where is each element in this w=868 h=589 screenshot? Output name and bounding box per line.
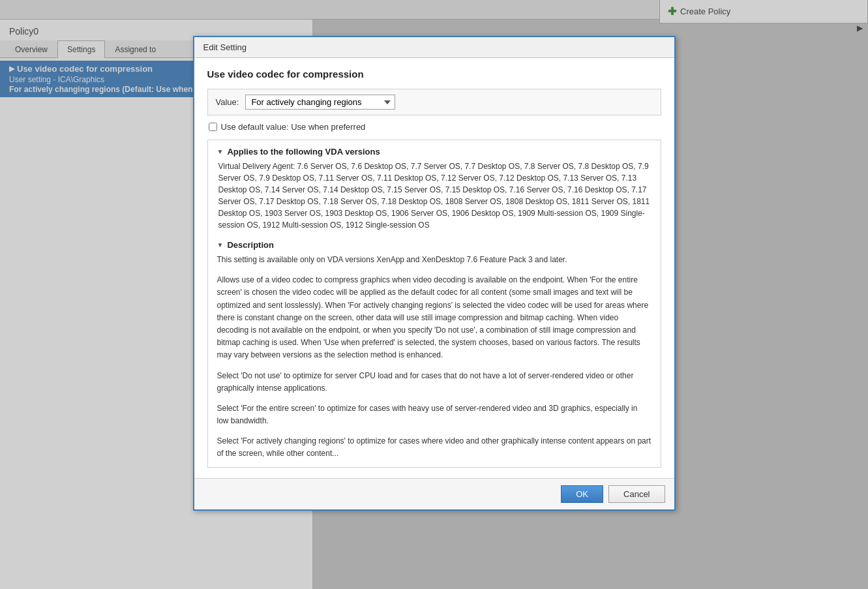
edit-setting-dialog: Edit Setting Use video codec for compres…	[193, 36, 676, 511]
applies-section-content: Virtual Delivery Agent: 7.6 Server OS, 7…	[217, 160, 651, 231]
dialog-body: Use video codec for compression Value: F…	[194, 58, 674, 478]
collapse-arrow-icon: ▼	[217, 148, 224, 155]
desc-para-1: This setting is available only on VDA ve…	[217, 254, 651, 266]
description-section-title: Description	[227, 240, 274, 250]
desc-para-5: Select 'For actively changing regions' t…	[217, 435, 651, 460]
info-scroll-area[interactable]: ▼ Applies to the following VDA versions …	[207, 140, 661, 468]
desc-para-2: Allows use of a video codec to compress …	[217, 274, 651, 361]
desc-para-3: Select 'Do not use' to optimize for serv…	[217, 370, 651, 395]
modal-backdrop: Edit Setting Use video codec for compres…	[0, 0, 868, 589]
dialog-titlebar: Edit Setting	[194, 37, 674, 58]
description-arrow-icon: ▼	[217, 241, 224, 249]
ok-button[interactable]: OK	[561, 485, 603, 503]
cancel-button[interactable]: Cancel	[608, 485, 665, 503]
default-checkbox-row: Use default value: Use when preferred	[207, 122, 661, 132]
dialog-setting-title: Use video codec for compression	[207, 68, 661, 80]
description-section-header[interactable]: ▼ Description	[217, 240, 651, 250]
description-section: ▼ Description This setting is available …	[217, 240, 651, 461]
value-label: Value:	[216, 97, 239, 107]
description-content: This setting is available only on VDA ve…	[217, 254, 651, 461]
applies-section-header[interactable]: ▼ Applies to the following VDA versions	[217, 147, 651, 157]
desc-para-4: Select 'For the entire screen' to optimi…	[217, 402, 651, 427]
value-row: Value: For actively changing regions Use…	[207, 89, 661, 115]
dialog-footer: OK Cancel	[194, 478, 674, 509]
value-select[interactable]: For actively changing regions Use when p…	[245, 95, 395, 110]
applies-section-title: Applies to the following VDA versions	[227, 147, 380, 157]
default-value-label[interactable]: Use default value: Use when preferred	[221, 122, 366, 132]
main-content: Policy0 Overview Settings Assigned to ▶ …	[0, 20, 868, 589]
default-value-checkbox[interactable]	[209, 123, 217, 131]
